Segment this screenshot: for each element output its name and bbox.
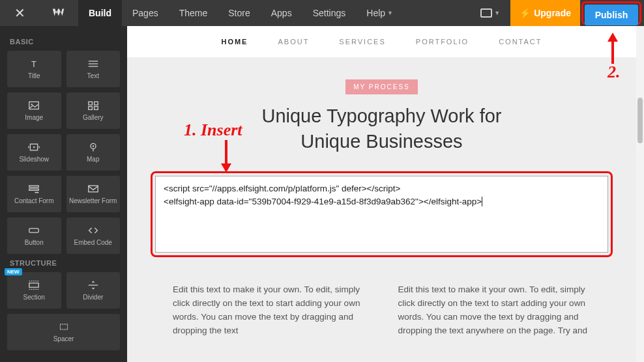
tile-label: Image [25, 115, 43, 121]
tile-newsletter-form[interactable]: Newsletter Form [66, 176, 121, 212]
elements-sidebar: BASICTTitleTextImageGallerySlideshowMapC… [0, 26, 127, 362]
site-nav-about[interactable]: ABOUT [278, 38, 309, 46]
text-column-right[interactable]: Edit this text to make it your own. To e… [398, 283, 591, 338]
topnav-apps[interactable]: Apps [261, 0, 302, 26]
publish-label: Publish [595, 10, 628, 20]
close-button[interactable]: ✕ [0, 0, 39, 26]
embed-code-content: <script src="//apps.elfsight.com/p/platf… [164, 184, 482, 206]
topnav-build[interactable]: Build [78, 0, 122, 26]
tile-label: Slideshow [19, 156, 49, 163]
site-nav: HOMEABOUTSERVICESPORTFOLIOCONTACT [127, 26, 636, 57]
svg-rect-15 [29, 186, 38, 187]
embed-icon [87, 225, 100, 237]
spacer-icon [57, 322, 70, 333]
svg-point-13 [93, 145, 94, 146]
topnav-settings[interactable]: Settings [302, 0, 357, 26]
topnav-help[interactable]: Help▼ [356, 0, 403, 26]
tile-section[interactable]: NEWSection [7, 272, 61, 309]
svg-rect-18 [89, 186, 98, 192]
tile-label: Button [25, 240, 44, 246]
tile-label: Contact Form [14, 198, 54, 204]
gallery-icon [87, 100, 100, 112]
hero-section: MY PROCESS Unique Typography Work for Un… [127, 57, 636, 154]
topnav-store[interactable]: Store [218, 0, 260, 26]
tile-title[interactable]: TTitle [7, 51, 61, 87]
tile-button[interactable]: Button [7, 217, 61, 254]
weebly-logo[interactable] [39, 0, 78, 26]
tile-gallery[interactable]: Gallery [66, 92, 121, 129]
tile-text[interactable]: Text [66, 51, 121, 87]
site-nav-portfolio[interactable]: PORTFOLIO [416, 38, 469, 46]
vertical-scrollbar[interactable] [636, 26, 644, 362]
section-icon [27, 280, 40, 292]
annotation-embed-highlight: <script src="//apps.elfsight.com/p/platf… [151, 171, 613, 257]
site-nav-services[interactable]: SERVICES [339, 38, 385, 46]
svg-point-5 [31, 104, 33, 105]
tile-label: Text [87, 73, 99, 79]
map-icon [87, 142, 100, 154]
app-topbar: ✕ BuildPagesThemeStoreAppsSettingsHelp▼ … [0, 0, 644, 26]
svg-rect-20 [29, 283, 38, 287]
hero-title-line1: Unique Typography Work for [261, 105, 501, 126]
tile-label: Spacer [53, 336, 74, 342]
svg-rect-6 [89, 102, 93, 105]
tile-image[interactable]: Image [7, 92, 61, 129]
svg-rect-7 [94, 102, 98, 105]
bolt-icon: ⚡ [520, 8, 531, 18]
hero-title[interactable]: Unique Typography Work for Unique Busine… [127, 104, 636, 154]
svg-text:T: T [31, 59, 37, 69]
device-preview-button[interactable]: ▼ [470, 0, 510, 26]
scrollbar-thumb[interactable] [637, 98, 643, 143]
tile-label: Embed Code [74, 240, 112, 246]
tile-label: Gallery [83, 115, 104, 121]
tile-spacer[interactable]: Spacer [7, 314, 120, 350]
tile-label: Newsletter Form [69, 198, 117, 204]
sidebar-section-basic: BASIC [10, 38, 120, 46]
sidebar-section-structure: STRUCTURE [10, 259, 120, 267]
site-nav-contact[interactable]: CONTACT [499, 38, 542, 46]
embed-code-textarea[interactable]: <script src="//apps.elfsight.com/p/platf… [155, 176, 608, 253]
tile-label: Map [87, 156, 99, 163]
tile-label: Title [28, 73, 40, 79]
tile-label: Divider [83, 294, 103, 301]
editor-canvas: HOMEABOUTSERVICESPORTFOLIOCONTACT MY PRO… [127, 26, 636, 362]
tile-slideshow[interactable]: Slideshow [7, 134, 61, 171]
tile-divider[interactable]: Divider [66, 272, 121, 309]
tile-label: Section [23, 294, 45, 301]
tile-embed-code[interactable]: Embed Code [66, 217, 121, 254]
image-icon [27, 100, 40, 112]
svg-rect-8 [89, 107, 93, 110]
device-icon [480, 8, 492, 18]
text-columns: Edit this text to make it your own. To e… [127, 257, 636, 338]
tile-map[interactable]: Map [66, 134, 121, 171]
upgrade-button[interactable]: ⚡Upgrade [510, 0, 580, 26]
svg-rect-24 [60, 324, 67, 329]
svg-rect-19 [29, 229, 38, 232]
topnav-pages[interactable]: Pages [122, 0, 169, 26]
button-icon [27, 225, 40, 237]
svg-rect-9 [94, 107, 98, 110]
svg-rect-17 [35, 192, 39, 193]
tile-contact-form[interactable]: Contact Form [7, 176, 61, 212]
slideshow-icon [27, 142, 40, 154]
newsletter-icon [87, 184, 100, 195]
title-icon: T [27, 59, 40, 70]
text-column-left[interactable]: Edit this text to make it your own. To e… [173, 283, 366, 338]
publish-button[interactable]: Publish [585, 5, 638, 25]
topnav-theme[interactable]: Theme [169, 0, 218, 26]
annotation-publish-highlight: Publish [581, 1, 641, 25]
upgrade-label: Upgrade [534, 8, 571, 18]
svg-rect-16 [29, 189, 38, 190]
divider-icon [87, 280, 100, 292]
contact-form-icon [27, 184, 40, 195]
hero-title-line2: Unique Businesses [300, 131, 462, 152]
site-nav-home[interactable]: HOME [221, 38, 248, 46]
svg-marker-11 [33, 146, 35, 148]
hero-badge[interactable]: MY PROCESS [345, 79, 418, 94]
text-icon [87, 59, 100, 70]
new-badge: NEW [5, 268, 22, 275]
